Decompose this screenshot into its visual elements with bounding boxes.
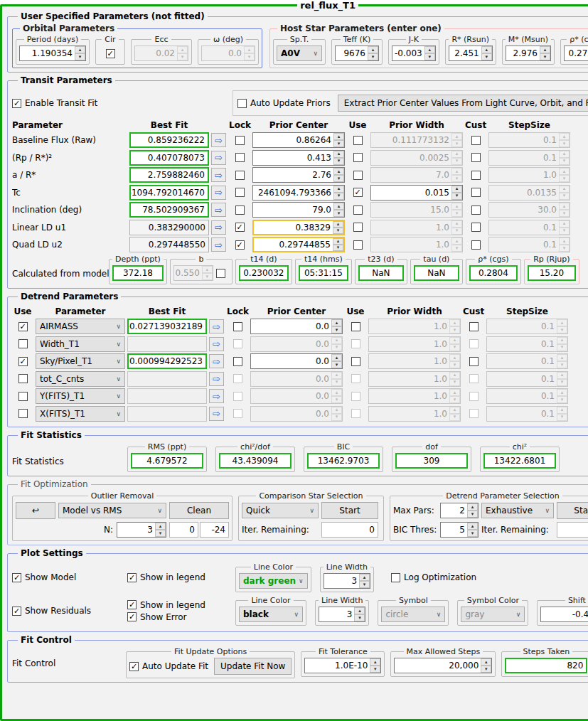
lock-checkbox[interactable] bbox=[235, 136, 245, 145]
lock-checkbox[interactable]: ✓ bbox=[235, 240, 245, 250]
undo-outlier-removal-button[interactable]: ↩ bbox=[16, 502, 55, 519]
spin-up-icon[interactable]: ▴ bbox=[333, 238, 343, 245]
spin-up-icon[interactable]: ▴ bbox=[540, 46, 550, 53]
stellar-mass-spinner[interactable]: 2.976▴▾ bbox=[506, 46, 551, 61]
prior-center-spinner[interactable]: 79.0▴▾ bbox=[252, 202, 345, 218]
lock-checkbox[interactable] bbox=[235, 171, 245, 180]
detrend-parameter-dropdown[interactable]: AIRMASS∨ bbox=[36, 319, 125, 334]
spinner-buttons[interactable]: ▴▾ bbox=[451, 186, 462, 200]
outlier-method-dropdown[interactable]: Model vs RMS∨ bbox=[58, 503, 166, 518]
copy-best-fit-to-prior-button[interactable]: ⇨ bbox=[211, 168, 226, 182]
spinner-buttons[interactable]: ▴▾ bbox=[370, 658, 380, 673]
spin-down-icon[interactable]: ▾ bbox=[368, 53, 378, 60]
j-k-spinner[interactable]: -0.003▴▾ bbox=[392, 46, 436, 61]
copy-best-fit-to-prior-button[interactable]: ⇨ bbox=[211, 151, 226, 165]
use-prior-checkbox[interactable] bbox=[353, 171, 363, 180]
spinner-buttons[interactable]: ▴▾ bbox=[368, 46, 378, 60]
spin-up-icon[interactable]: ▴ bbox=[467, 503, 478, 511]
spin-down-icon[interactable]: ▾ bbox=[333, 175, 344, 182]
spin-up-icon[interactable]: ▴ bbox=[333, 151, 344, 158]
spinner-buttons[interactable]: ▴▾ bbox=[481, 658, 491, 673]
use-detrend-checkbox[interactable] bbox=[18, 374, 28, 383]
show-error-checkbox[interactable]: ✓ bbox=[127, 612, 137, 621]
use-detrend-checkbox[interactable]: ✓ bbox=[18, 322, 28, 331]
lock-checkbox[interactable] bbox=[235, 188, 245, 197]
prior-center-spinner[interactable]: 2.76▴▾ bbox=[252, 167, 345, 183]
residuals-line-width-spinner[interactable]: 3▴▾ bbox=[319, 607, 365, 622]
spin-down-icon[interactable]: ▾ bbox=[424, 53, 435, 60]
max-pars-spinner[interactable]: 2▴▾ bbox=[440, 503, 479, 518]
copy-best-fit-to-prior-button[interactable]: ⇨ bbox=[209, 319, 224, 333]
custom-step-checkbox[interactable] bbox=[471, 153, 481, 162]
copy-best-fit-to-prior-button[interactable]: ⇨ bbox=[211, 237, 226, 252]
show-model-checkbox[interactable]: ✓ bbox=[12, 573, 21, 582]
spinner-buttons[interactable]: ▴▾ bbox=[333, 151, 344, 165]
spin-down-icon[interactable]: ▾ bbox=[331, 361, 342, 368]
detrend-parameter-dropdown[interactable]: Width_T1∨ bbox=[36, 336, 125, 352]
spin-up-icon[interactable]: ▴ bbox=[331, 354, 342, 361]
update-fit-now-button[interactable]: Update Fit Now bbox=[214, 658, 292, 675]
spinner-buttons[interactable]: ▴▾ bbox=[333, 238, 343, 251]
prior-center-spinner[interactable]: 0.38329▴▾ bbox=[252, 220, 345, 235]
use-detrend-checkbox[interactable] bbox=[18, 339, 28, 348]
use-prior-checkbox[interactable] bbox=[351, 322, 360, 331]
model-line-color-dropdown[interactable]: dark green∨ bbox=[239, 573, 308, 589]
impact-parameter-checkbox[interactable] bbox=[216, 269, 225, 278]
spin-down-icon[interactable]: ▾ bbox=[481, 53, 492, 60]
prior-center-spinner[interactable]: 0.86264▴▾ bbox=[252, 132, 345, 148]
copy-best-fit-to-prior-button[interactable]: ⇨ bbox=[209, 354, 224, 368]
spin-up-icon[interactable]: ▴ bbox=[359, 574, 370, 581]
comparison-start-button[interactable]: Start bbox=[321, 502, 378, 519]
use-prior-checkbox[interactable]: ✓ bbox=[353, 188, 363, 197]
spin-down-icon[interactable]: ▾ bbox=[481, 666, 491, 673]
spinner-buttons[interactable]: ▴▾ bbox=[424, 46, 435, 60]
spin-up-icon[interactable]: ▴ bbox=[424, 46, 435, 53]
spin-up-icon[interactable]: ▴ bbox=[354, 607, 365, 614]
model-show-in-legend-checkbox[interactable]: ✓ bbox=[127, 573, 137, 582]
spin-up-icon[interactable]: ▴ bbox=[333, 133, 344, 140]
spin-up-icon[interactable]: ▴ bbox=[451, 186, 462, 193]
copy-best-fit-to-prior-button[interactable]: ⇨ bbox=[209, 389, 224, 403]
use-prior-checkbox[interactable] bbox=[353, 223, 363, 232]
spin-down-icon[interactable]: ▾ bbox=[354, 614, 365, 621]
use-prior-checkbox[interactable] bbox=[353, 153, 363, 162]
custom-step-checkbox[interactable] bbox=[469, 357, 479, 366]
spinner-buttons[interactable]: ▴▾ bbox=[333, 168, 344, 182]
lock-checkbox[interactable] bbox=[233, 357, 242, 366]
use-detrend-checkbox[interactable]: ✓ bbox=[18, 357, 28, 366]
auto-update-priors-checkbox[interactable] bbox=[237, 99, 247, 108]
lock-checkbox[interactable] bbox=[235, 205, 245, 215]
spin-down-icon[interactable]: ▾ bbox=[333, 228, 343, 234]
residuals-line-color-dropdown[interactable]: black∨ bbox=[239, 607, 303, 622]
spinner-buttons[interactable]: ▴▾ bbox=[333, 221, 343, 234]
extract-priors-button[interactable]: Extract Prior Center Values From Light C… bbox=[338, 95, 588, 112]
spinner-buttons[interactable]: ▴▾ bbox=[333, 203, 344, 217]
spin-down-icon[interactable]: ▾ bbox=[467, 530, 478, 537]
spin-up-icon[interactable]: ▴ bbox=[331, 319, 342, 326]
spin-down-icon[interactable]: ▾ bbox=[370, 666, 380, 673]
spin-down-icon[interactable]: ▾ bbox=[333, 245, 343, 251]
prior-center-spinner[interactable]: 2461094.793366▴▾ bbox=[252, 185, 345, 201]
detrend-parameter-dropdown[interactable]: Y(FITS)_T1∨ bbox=[36, 388, 125, 404]
spinner-buttons[interactable]: ▴▾ bbox=[467, 503, 478, 518]
custom-step-checkbox[interactable] bbox=[471, 205, 481, 215]
lock-checkbox[interactable]: ✓ bbox=[235, 223, 245, 232]
custom-step-checkbox[interactable] bbox=[471, 188, 481, 197]
spinner-buttons[interactable]: ▴▾ bbox=[354, 607, 365, 621]
spin-up-icon[interactable]: ▴ bbox=[75, 46, 85, 53]
copy-best-fit-to-prior-button[interactable]: ⇨ bbox=[211, 133, 226, 147]
show-residuals-checkbox[interactable]: ✓ bbox=[12, 607, 21, 616]
spin-down-icon[interactable]: ▾ bbox=[331, 326, 342, 333]
circular-orbit-checkbox[interactable]: ✓ bbox=[106, 49, 115, 58]
lock-checkbox[interactable] bbox=[235, 153, 245, 162]
detrend-selection-method-dropdown[interactable]: Exhaustive∨ bbox=[481, 503, 554, 518]
detrend-parameter-dropdown[interactable]: X(FITS)_T1∨ bbox=[36, 406, 125, 422]
comparison-mode-dropdown[interactable]: Quick∨ bbox=[242, 503, 319, 518]
spin-down-icon[interactable]: ▾ bbox=[359, 581, 370, 588]
detrend-parameter-dropdown[interactable]: tot_C_cnts∨ bbox=[36, 371, 125, 387]
spin-down-icon[interactable]: ▾ bbox=[155, 530, 166, 537]
residuals-show-in-legend-checkbox[interactable]: ✓ bbox=[127, 600, 137, 609]
detrend-parameter-dropdown[interactable]: Sky/Pixel_T1∨ bbox=[36, 353, 125, 369]
clean-button[interactable]: Clean bbox=[169, 502, 229, 519]
copy-best-fit-to-prior-button[interactable]: ⇨ bbox=[209, 372, 224, 386]
